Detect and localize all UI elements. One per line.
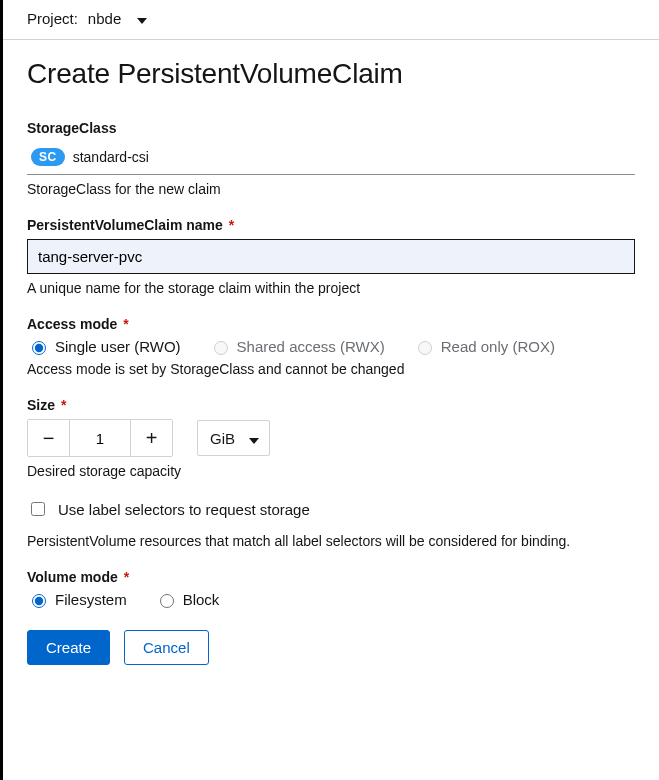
project-selector[interactable]: Project: nbde: [3, 0, 659, 40]
selectors-group: Use label selectors to request storage P…: [27, 499, 635, 549]
pvc-name-label: PersistentVolumeClaim name *: [27, 217, 635, 233]
required-icon: *: [225, 217, 234, 233]
size-unit-select[interactable]: GiB: [197, 420, 270, 456]
size-increment-button[interactable]: +: [130, 420, 172, 456]
size-input[interactable]: [70, 420, 130, 456]
required-icon: *: [57, 397, 66, 413]
access-mode-label: Access mode *: [27, 316, 635, 332]
pvc-name-group: PersistentVolumeClaim name * A unique na…: [27, 217, 635, 296]
radio-rwo[interactable]: [32, 341, 46, 355]
storageclass-group: StorageClass SC standard-csi StorageClas…: [27, 120, 635, 197]
use-selectors-checkbox[interactable]: [31, 502, 45, 516]
volume-mode-group: Volume mode * Filesystem Block: [27, 569, 635, 608]
storageclass-label: StorageClass: [27, 120, 635, 136]
use-selectors-checkbox-row[interactable]: Use label selectors to request storage: [27, 499, 635, 519]
create-button[interactable]: Create: [27, 630, 110, 665]
form-actions: Create Cancel: [27, 630, 635, 665]
size-decrement-button[interactable]: −: [28, 420, 70, 456]
storageclass-select[interactable]: SC standard-csi: [27, 142, 635, 175]
required-icon: *: [120, 569, 129, 585]
storageclass-value: standard-csi: [73, 149, 149, 165]
size-help: Desired storage capacity: [27, 463, 635, 479]
volume-mode-block[interactable]: Block: [155, 591, 220, 608]
access-mode-rwx: Shared access (RWX): [209, 338, 385, 355]
volume-mode-label: Volume mode *: [27, 569, 635, 585]
caret-down-icon: [137, 10, 147, 27]
sc-badge-icon: SC: [31, 148, 65, 166]
radio-rox: [418, 341, 432, 355]
pvc-name-input[interactable]: [27, 239, 635, 274]
access-mode-group: Access mode * Single user (RWO) Shared a…: [27, 316, 635, 377]
required-icon: *: [119, 316, 128, 332]
storageclass-help: StorageClass for the new claim: [27, 181, 635, 197]
size-label: Size *: [27, 397, 635, 413]
project-name: nbde: [88, 10, 121, 27]
volume-mode-filesystem[interactable]: Filesystem: [27, 591, 127, 608]
caret-down-icon: [249, 430, 259, 447]
size-group: Size * − + GiB Desired storage capacity: [27, 397, 635, 479]
access-mode-rwo[interactable]: Single user (RWO): [27, 338, 181, 355]
access-mode-note: Access mode is set by StorageClass and c…: [27, 361, 635, 377]
radio-rwx: [214, 341, 228, 355]
project-label: Project:: [27, 10, 78, 27]
selectors-help: PersistentVolume resources that match al…: [27, 533, 635, 549]
page-title: Create PersistentVolumeClaim: [27, 58, 635, 90]
cancel-button[interactable]: Cancel: [124, 630, 209, 665]
pvc-name-help: A unique name for the storage claim with…: [27, 280, 635, 296]
radio-block[interactable]: [160, 594, 174, 608]
radio-filesystem[interactable]: [32, 594, 46, 608]
size-stepper: − +: [27, 419, 173, 457]
access-mode-rox: Read only (ROX): [413, 338, 555, 355]
